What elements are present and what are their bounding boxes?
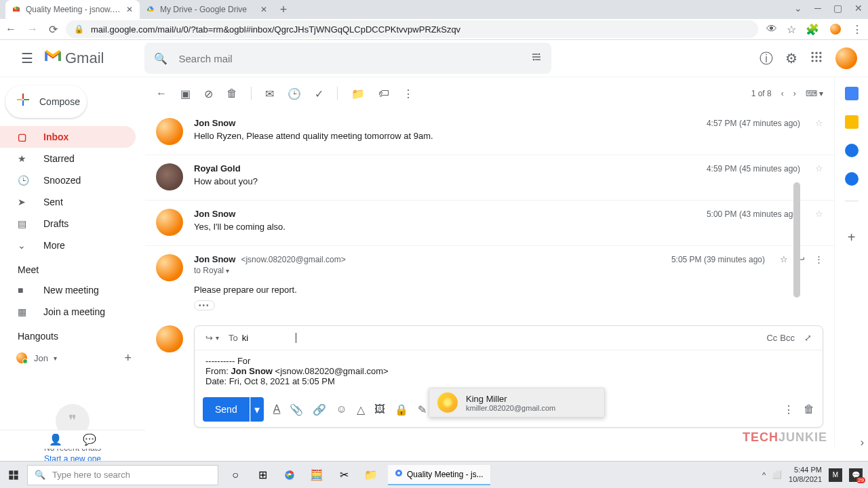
- eye-icon[interactable]: 👁: [766, 23, 777, 35]
- start-button[interactable]: [0, 462, 27, 489]
- autocomplete-suggestion[interactable]: King Miller kmiller.082020@gmail.com: [429, 388, 604, 417]
- close-icon[interactable]: ✕: [125, 5, 134, 14]
- minimize-icon[interactable]: ─: [814, 3, 821, 14]
- sidebar-item-starred[interactable]: ★Starred: [0, 148, 136, 169]
- cortana-icon[interactable]: ○: [225, 465, 245, 485]
- input-tools-icon[interactable]: ⌨ ▾: [806, 89, 823, 98]
- taskbar-search[interactable]: 🔍 Type here to search: [27, 465, 218, 485]
- format-icon[interactable]: A: [273, 403, 281, 416]
- image-icon[interactable]: 🖼: [374, 403, 385, 416]
- link-icon[interactable]: 🔗: [313, 403, 326, 416]
- back-arrow-icon[interactable]: ←: [156, 87, 167, 100]
- new-tab-button[interactable]: +: [274, 0, 293, 19]
- tray-expand-icon[interactable]: ^: [762, 471, 766, 479]
- maximize-icon[interactable]: ▢: [833, 3, 842, 14]
- sidebar-item-snoozed[interactable]: 🕒Snoozed: [0, 169, 136, 191]
- tab-drive[interactable]: My Drive - Google Drive ✕: [140, 0, 274, 19]
- scrollbar[interactable]: [793, 182, 800, 298]
- sidebar-item-join-meeting[interactable]: ▦Join a meeting: [0, 301, 136, 323]
- snooze-icon[interactable]: 🕒: [288, 87, 301, 100]
- taskbar-app-chrome[interactable]: Quality Meeting - js...: [388, 465, 490, 485]
- message-collapsed[interactable]: Jon Snow5:00 PM (43 minutes ago)☆ Yes, I…: [145, 201, 834, 246]
- spam-icon[interactable]: ⊘: [204, 87, 213, 100]
- search-options-icon[interactable]: [531, 52, 542, 65]
- explorer-icon[interactable]: 📁: [361, 465, 381, 485]
- apps-grid-icon[interactable]: [810, 50, 823, 67]
- add-icon[interactable]: +: [124, 351, 132, 365]
- delete-icon[interactable]: 🗑: [226, 87, 237, 100]
- archive-icon[interactable]: ▣: [180, 87, 191, 100]
- prev-icon[interactable]: ‹: [781, 89, 784, 98]
- tray-clock[interactable]: 5:44 PM 10/8/2021: [789, 466, 822, 483]
- pen-icon[interactable]: ✎: [418, 403, 427, 416]
- star-icon[interactable]: ☆: [787, 23, 796, 36]
- sidebar-item-more[interactable]: ⌄More: [0, 235, 136, 256]
- message-collapsed[interactable]: Royal Gold4:59 PM (45 minutes ago)☆ How …: [145, 155, 834, 201]
- next-icon[interactable]: ›: [793, 89, 796, 98]
- sidebar-item-sent[interactable]: ➤Sent: [0, 191, 136, 213]
- chevron-down-icon[interactable]: ⌄: [794, 3, 802, 14]
- reply-body[interactable]: ---------- For From: Jon Snow <jsnow.082…: [195, 350, 823, 392]
- back-icon[interactable]: ←: [5, 23, 16, 36]
- popout-icon[interactable]: ⤢: [804, 333, 812, 343]
- search-box[interactable]: 🔍: [144, 43, 551, 74]
- sidebar-item-inbox[interactable]: ▢Inbox: [0, 126, 136, 148]
- reload-icon[interactable]: ⟳: [49, 23, 58, 36]
- url-field[interactable]: 🔒 mail.google.com/mail/u/0/?tab=rm&ogbl#…: [66, 20, 758, 38]
- drive-icon[interactable]: △: [357, 403, 365, 416]
- to-input[interactable]: [242, 333, 296, 343]
- calendar-icon[interactable]: [845, 87, 859, 100]
- mark-unread-icon[interactable]: ✉: [265, 87, 274, 100]
- emoji-icon[interactable]: ☺: [336, 403, 347, 416]
- send-options-button[interactable]: ▾: [250, 397, 264, 422]
- close-icon[interactable]: ✕: [259, 5, 269, 14]
- attach-icon[interactable]: 📎: [290, 403, 303, 416]
- sidebar-item-new-meeting[interactable]: ■New meeting: [0, 279, 136, 301]
- profile-avatar-icon[interactable]: [829, 22, 842, 36]
- more-icon[interactable]: ⋮: [814, 254, 823, 264]
- chrome-icon[interactable]: [279, 465, 300, 485]
- search-icon[interactable]: 🔍: [154, 52, 167, 65]
- show-trimmed-icon[interactable]: •••: [194, 300, 215, 310]
- snip-icon[interactable]: ✂: [334, 465, 354, 485]
- extensions-icon[interactable]: 🧩: [806, 23, 819, 36]
- star-icon[interactable]: ☆: [815, 163, 823, 174]
- close-window-icon[interactable]: ✕: [854, 3, 863, 14]
- star-icon[interactable]: ☆: [815, 209, 823, 219]
- message-collapsed[interactable]: Jon Snow4:57 PM (47 minutes ago)☆ Hello …: [145, 110, 834, 155]
- to-line[interactable]: to Royal ▾: [194, 266, 823, 275]
- sidebar-item-drafts[interactable]: ▤Drafts: [0, 213, 136, 235]
- contacts-icon[interactable]: [845, 172, 859, 186]
- dropdown-icon[interactable]: ▾: [226, 267, 229, 274]
- person-icon[interactable]: 👤: [49, 433, 62, 446]
- tab-gmail[interactable]: Quality Meeting - jsnow.082020 ✕: [5, 0, 140, 19]
- tasks-icon[interactable]: [845, 144, 859, 157]
- reply-type-button[interactable]: ↪ ▾: [205, 333, 219, 343]
- add-addon-icon[interactable]: +: [848, 230, 856, 245]
- expand-panel-icon[interactable]: ›: [861, 436, 864, 449]
- more-icon[interactable]: ⋮: [403, 87, 414, 100]
- more-options-icon[interactable]: ⋮: [783, 403, 794, 416]
- confidential-icon[interactable]: 🔒: [395, 403, 408, 416]
- star-icon[interactable]: ☆: [815, 118, 823, 128]
- task-view-icon[interactable]: ⊞: [252, 465, 273, 485]
- tray-app-icon[interactable]: M: [829, 468, 842, 482]
- tray-network-icon[interactable]: ⬜: [772, 470, 782, 479]
- calculator-icon[interactable]: 🧮: [307, 465, 327, 485]
- settings-gear-icon[interactable]: ⚙: [785, 50, 797, 66]
- hangouts-user[interactable]: Jon ▾ +: [0, 346, 145, 370]
- bcc-button[interactable]: Bcc: [780, 333, 795, 343]
- hamburger-menu-icon[interactable]: ☰: [11, 50, 43, 66]
- search-input[interactable]: [178, 53, 542, 64]
- send-button[interactable]: Send: [203, 397, 250, 422]
- chat-icon[interactable]: 💬: [83, 433, 96, 446]
- gmail-logo[interactable]: Gmail: [43, 47, 104, 70]
- dropdown-icon[interactable]: ▾: [54, 354, 57, 362]
- keep-icon[interactable]: [845, 115, 859, 129]
- move-to-icon[interactable]: 📁: [351, 87, 365, 100]
- compose-button[interactable]: Compose: [5, 85, 87, 118]
- help-icon[interactable]: ⓘ: [760, 49, 773, 68]
- labels-icon[interactable]: 🏷: [378, 87, 389, 100]
- discard-icon[interactable]: 🗑: [804, 403, 814, 416]
- cc-button[interactable]: Cc: [766, 333, 777, 343]
